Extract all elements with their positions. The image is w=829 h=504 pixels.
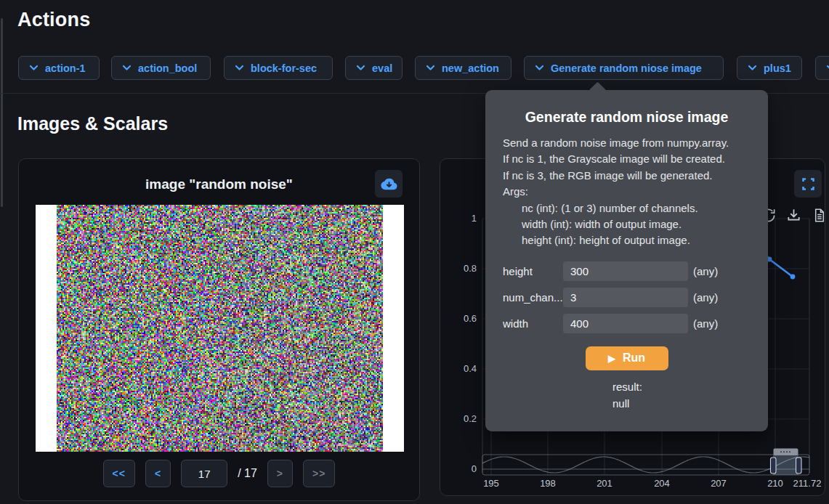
field-row-width: width (any) <box>485 311 768 337</box>
image-card: image "random noise" << < / 17 > >> <box>18 158 420 501</box>
download-icon[interactable] <box>785 207 802 224</box>
description-line: width (int): width of output image. <box>503 216 751 232</box>
action-popup: Generate random niose image Send a rando… <box>485 90 768 431</box>
images-scalars-section-title: Images & Scalars <box>17 113 168 134</box>
action-button-clipped[interactable] <box>815 56 829 80</box>
field-label: num_chan... <box>503 291 563 304</box>
action-button-label: Generate random niose image <box>551 62 702 74</box>
action-button-label: action-1 <box>45 62 86 74</box>
pager-prev-button[interactable]: < <box>145 460 171 487</box>
popup-arrow <box>589 81 606 99</box>
action-button-generate-random-niose-image[interactable]: Generate random niose image <box>524 56 724 80</box>
x-tick: 198 <box>540 478 556 489</box>
chevron-down-icon <box>426 65 435 71</box>
image-display-area <box>36 205 404 452</box>
chevron-down-icon <box>356 65 365 71</box>
field-type-hint: (any) <box>693 265 718 277</box>
left-scrollbar-thumb[interactable] <box>1 18 3 207</box>
y-tick: 0.6 <box>464 313 477 324</box>
action-button-new_action[interactable]: new_action <box>415 56 511 80</box>
rangeslider[interactable] <box>482 449 809 476</box>
x-tick: 201 <box>597 478 612 489</box>
chevron-down-icon <box>122 65 132 71</box>
image-pager: << < / 17 > >> <box>19 460 419 487</box>
result-label: result: <box>612 378 768 395</box>
num-channels-field[interactable] <box>563 288 688 307</box>
cloud-download-icon <box>381 176 397 192</box>
chevron-down-icon <box>535 65 544 71</box>
action-button-plus1[interactable]: plus1 <box>737 56 802 80</box>
x-tick: 207 <box>711 478 727 489</box>
popup-fields: height (any) num_chan... (any) width (an… <box>485 259 768 337</box>
y-tick: 0.2 <box>464 413 477 424</box>
actions-section-title: Actions <box>17 9 90 31</box>
description-line: nc (int): (1 or 3) number of channels. <box>503 200 751 216</box>
chevron-down-icon <box>748 65 757 71</box>
document-icon[interactable] <box>811 207 828 224</box>
field-type-hint: (any) <box>693 317 718 330</box>
y-tick: 0 <box>472 463 477 474</box>
image-card-title: image "random noise" <box>19 176 419 192</box>
width-field[interactable] <box>563 314 688 333</box>
y-tick: 1 <box>472 213 477 224</box>
rangeslider-left-handle[interactable] <box>771 458 777 473</box>
x-tick: 204 <box>654 478 670 489</box>
rangeslider-grabber[interactable] <box>774 449 798 456</box>
pager-last-button[interactable]: >> <box>303 460 335 487</box>
field-row-height: height (any) <box>485 259 768 285</box>
x-tick: 210 <box>767 478 783 489</box>
action-button-label: block-for-sec <box>251 62 317 74</box>
rangeslider-right-handle[interactable] <box>796 458 802 473</box>
run-button[interactable]: ▶ Run <box>586 346 668 370</box>
field-row-num-channels: num_chan... (any) <box>485 285 768 311</box>
rangeslider-selection[interactable] <box>773 455 798 475</box>
chevron-down-icon <box>29 65 39 71</box>
action-button-action_bool[interactable]: action_bool <box>111 56 211 80</box>
result-value: null <box>612 395 768 412</box>
x-tick: 195 <box>483 478 499 489</box>
pager-total-label: / 17 <box>238 467 257 480</box>
run-button-label: Run <box>623 351 645 365</box>
chevron-down-icon <box>235 65 244 71</box>
popup-description: Send a random noise image from numpy.arr… <box>503 135 751 249</box>
field-type-hint: (any) <box>693 291 718 304</box>
y-axis-tick-labels: 1 0.8 0.6 0.4 0.2 0 <box>464 213 477 474</box>
play-icon: ▶ <box>608 354 615 363</box>
field-label: width <box>503 317 563 330</box>
action-button-label: eval <box>372 62 392 74</box>
y-tick: 0.4 <box>464 363 477 374</box>
action-button-label: plus1 <box>764 62 791 74</box>
description-line: height (int): height of output image. <box>503 232 751 248</box>
action-button-label: new_action <box>442 62 499 74</box>
pager-next-button[interactable]: > <box>267 460 293 487</box>
action-button-action-1[interactable]: action-1 <box>18 56 100 80</box>
pager-page-input[interactable] <box>181 460 227 487</box>
chart-modebar <box>760 207 828 224</box>
description-line: If nc is 1, the Grayscale image will be … <box>503 151 751 167</box>
image-download-button[interactable] <box>375 170 403 198</box>
x-axis-tick-labels: 195 198 201 204 207 210 211.72 <box>483 478 821 489</box>
description-line: Args: <box>503 184 751 200</box>
rangeslider-wave <box>482 457 809 473</box>
action-button-eval[interactable]: eval <box>345 56 403 80</box>
pager-first-button[interactable]: << <box>103 460 135 487</box>
action-button-label: action_bool <box>138 62 197 74</box>
height-field[interactable] <box>563 261 688 281</box>
x-tick: 211.72 <box>793 478 822 489</box>
description-line: If nc is 3, the RGB image will be genera… <box>503 168 751 184</box>
noise-image <box>57 205 383 452</box>
popup-title: Generate random niose image <box>485 109 768 126</box>
y-tick: 0.8 <box>464 263 477 274</box>
field-label: height <box>503 265 563 277</box>
popup-result: result: null <box>612 378 768 412</box>
action-button-block-for-sec[interactable]: block-for-sec <box>224 56 333 80</box>
description-line: Send a random noise image from numpy.arr… <box>503 135 751 151</box>
chevron-down-icon <box>826 65 829 71</box>
